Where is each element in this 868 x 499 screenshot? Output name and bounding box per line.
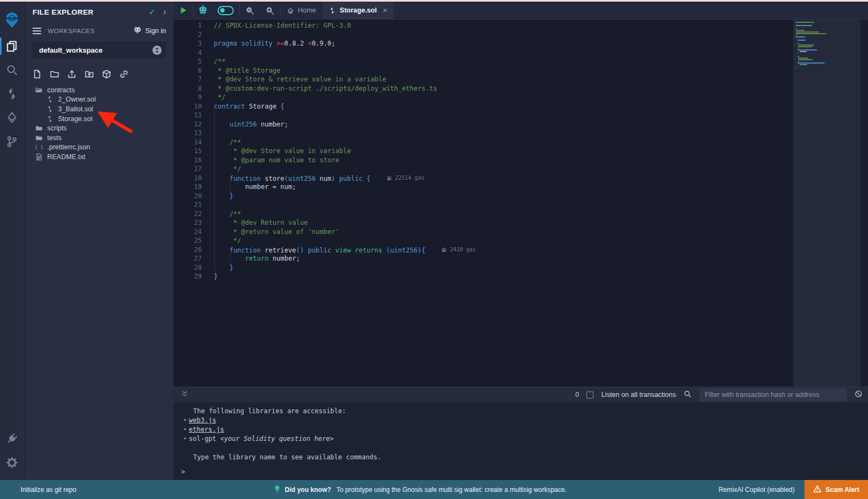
code-line-9[interactable]: 9 */: [174, 93, 868, 102]
activity-git-icon[interactable]: [0, 130, 24, 154]
editor-toolbar: HomeStorage.sol×: [174, 2, 868, 20]
tab-home[interactable]: Home: [280, 2, 322, 19]
cube-icon[interactable]: [102, 70, 111, 79]
line-number: 28: [174, 263, 202, 273]
code-line-20[interactable]: 20 }: [174, 192, 868, 201]
status-bar: Initialize as git repo Did you know? To …: [0, 480, 868, 499]
code-line-16[interactable]: 16 * @param num value to store: [174, 156, 868, 165]
copilot-toggle[interactable]: [212, 2, 239, 19]
code-line-13[interactable]: 13: [174, 129, 868, 138]
code-line-1[interactable]: 1// SPDX-License-Identifier: GPL-3.0: [174, 21, 868, 30]
tree-item-tests[interactable]: tests: [25, 133, 174, 143]
code-line-28[interactable]: 28 }: [174, 263, 868, 273]
listen-all-transactions-checkbox[interactable]: [586, 391, 593, 399]
code-line-8[interactable]: 8 * @custom:dev-run-script ./scripts/dep…: [174, 84, 868, 93]
did-you-know-tip: Did you know? To prototype using the Gno…: [274, 485, 567, 495]
code-line-25[interactable]: 25 */: [174, 236, 868, 245]
workspaces-menu-icon[interactable]: [33, 26, 41, 36]
terminal-search-icon[interactable]: [684, 390, 692, 400]
tab-close-icon[interactable]: ×: [382, 6, 387, 15]
tip-text: To prototype using the Gnosis safe multi…: [336, 486, 566, 494]
terminal-prompt[interactable]: >: [181, 468, 868, 477]
activity-plugin-manager-icon[interactable]: [0, 427, 24, 451]
new-file-icon[interactable]: [33, 70, 42, 79]
code-line-15[interactable]: 15 * @dev Store value in variable: [174, 147, 868, 156]
clear-console-icon[interactable]: [854, 390, 863, 400]
minimap[interactable]: [793, 20, 860, 387]
tree-item-scripts[interactable]: scripts: [25, 123, 174, 133]
activity-file-explorer-icon[interactable]: [0, 34, 24, 58]
link-icon[interactable]: [119, 70, 129, 79]
tree-item-label: 3_Ballot.sol: [58, 105, 93, 113]
run-script-button[interactable]: [174, 2, 193, 19]
line-number: 17: [174, 165, 202, 174]
library-link[interactable]: ethers.js: [189, 425, 224, 434]
scam-alert-label: Scam Alert: [826, 486, 859, 494]
code-line-12[interactable]: 12 uint256 number;: [174, 120, 868, 129]
warning-icon: [813, 485, 821, 495]
code-line-17[interactable]: 17 */: [174, 165, 868, 174]
workspace-select-arrows-icon: [152, 46, 162, 55]
new-folder-icon[interactable]: [50, 70, 59, 79]
activity-bar: [0, 2, 24, 480]
code-line-27[interactable]: 27 return number;: [174, 254, 868, 263]
code-line-14[interactable]: 14 /**: [174, 138, 868, 147]
line-number: 6: [174, 66, 202, 75]
code-line-11[interactable]: 11: [174, 111, 868, 120]
code-line-2[interactable]: 2: [174, 30, 868, 40]
code-line-24[interactable]: 24 * @return value of 'number': [174, 228, 868, 237]
code-line-29[interactable]: 29}: [174, 272, 868, 281]
activity-remix-logo-icon[interactable]: [0, 6, 24, 34]
code-line-6[interactable]: 6 * @title Storage: [174, 66, 868, 75]
activity-search-icon[interactable]: [0, 58, 24, 82]
code-line-10[interactable]: 10contract Storage {: [174, 102, 868, 111]
zoom-in-button[interactable]: [260, 2, 280, 19]
tree-item-label: README.txt: [47, 153, 85, 161]
upload-folder-icon[interactable]: [85, 70, 94, 79]
terminal-library-line: •sol-gpt <your Solidity question here>: [181, 434, 868, 444]
workspace-select[interactable]: default_workspace: [33, 42, 166, 59]
tree-item-contracts[interactable]: contracts: [25, 85, 174, 95]
code-line-18[interactable]: 18 function store(uint256 num) public {2…: [174, 174, 868, 183]
zoom-out-button[interactable]: [240, 2, 260, 19]
tree-item-3-ballot-sol[interactable]: 3_Ballot.sol: [25, 104, 174, 114]
tab-label: Home: [298, 7, 316, 14]
activity-settings-icon[interactable]: [0, 451, 24, 475]
line-number: 9: [174, 93, 202, 102]
code-line-3[interactable]: 3pragma solidity >=0.8.2 <0.9.0;: [174, 39, 868, 48]
code-line-4[interactable]: 4: [174, 48, 868, 58]
editor-scrollbar[interactable]: [860, 20, 868, 387]
activity-solidity-compiler-icon[interactable]: [0, 82, 24, 106]
tree-item-label: scripts: [47, 124, 67, 132]
activity-deploy-run-icon[interactable]: [0, 106, 24, 130]
library-link[interactable]: web3.js: [189, 416, 216, 425]
tab-storage-sol[interactable]: Storage.sol×: [322, 2, 393, 19]
code-line-5[interactable]: 5/**: [174, 57, 868, 66]
copilot-status[interactable]: RemixAI Copilot (enabled): [719, 486, 795, 494]
tree-item-storage-sol[interactable]: Storage.sol: [25, 114, 174, 124]
git-init-status[interactable]: Initialize as git repo: [0, 486, 76, 494]
code-line-7[interactable]: 7 * @dev Store & retrieve value in a var…: [174, 75, 868, 84]
code-editor[interactable]: 1// SPDX-License-Identifier: GPL-3.023pr…: [174, 20, 868, 387]
line-number: 8: [174, 84, 202, 93]
terminal-collapse-icon[interactable]: [181, 390, 188, 400]
code-line-23[interactable]: 23 * @dev Return value: [174, 218, 868, 228]
tree-item-2-owner-sol[interactable]: 2_Owner.sol: [25, 95, 174, 105]
tree-item-readme-txt[interactable]: README.txt: [25, 152, 174, 162]
terminal-blank: [181, 444, 868, 453]
code-line-22[interactable]: 22 /**: [174, 210, 868, 219]
code-line-26[interactable]: 26 function retrieve() public view retur…: [174, 245, 868, 255]
code-line-19[interactable]: 19 number = num;: [174, 182, 868, 192]
chevron-right-icon[interactable]: ›: [163, 8, 166, 16]
line-number: 13: [174, 129, 202, 138]
github-icon: [133, 26, 142, 36]
tree-item--prettierrc-json[interactable]: { }.prettierrc.json: [25, 143, 174, 153]
workspace-name: default_workspace: [39, 46, 152, 54]
code-line-21[interactable]: 21: [174, 200, 868, 210]
upload-file-icon[interactable]: [67, 70, 76, 79]
transaction-filter-input[interactable]: [699, 388, 847, 401]
scam-alert-button[interactable]: Scam Alert: [805, 480, 868, 499]
terminal[interactable]: The following libraries are accessible: …: [174, 402, 868, 480]
remixai-assistant-button[interactable]: [194, 2, 212, 19]
sign-in-button[interactable]: Sign in: [133, 26, 166, 36]
